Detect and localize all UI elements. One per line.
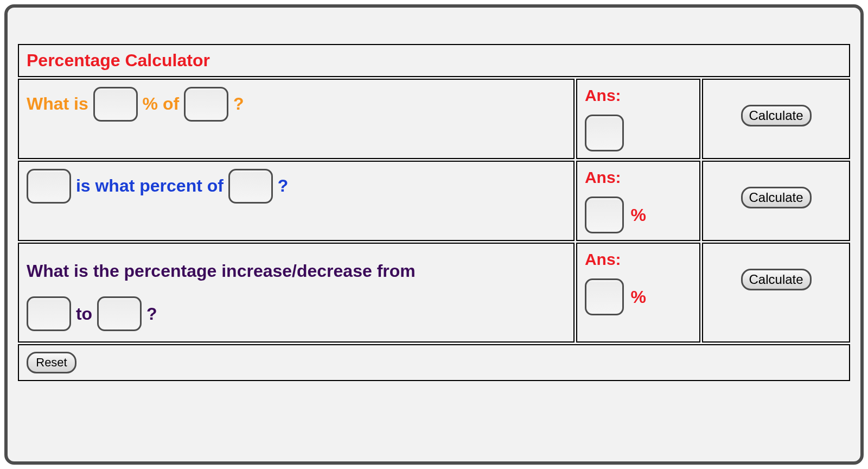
question-2-text: is what percent of ?	[27, 168, 566, 204]
q3-input-a[interactable]	[27, 296, 71, 331]
q1-input-a[interactable]	[93, 87, 138, 122]
question-1-text: What is % of ?	[27, 86, 566, 122]
button-cell-1: Calculate	[702, 79, 850, 159]
q3-line1: What is the percentage increase/decrease…	[27, 261, 416, 281]
ans-output-1[interactable]	[585, 115, 624, 151]
q1-prefix: What is	[27, 94, 93, 113]
q1-input-b[interactable]	[184, 87, 228, 122]
title-text: Percentage Calculator	[27, 50, 210, 70]
ans-output-2[interactable]	[585, 197, 624, 233]
question-3-text: What is the percentage increase/decrease…	[27, 250, 566, 335]
button-cell-3: Calculate	[702, 243, 850, 343]
ans-label-1: Ans:	[585, 86, 692, 105]
answer-cell-3: Ans: %	[576, 243, 700, 343]
ans-suffix-3: %	[630, 287, 646, 307]
reset-button[interactable]: Reset	[27, 352, 76, 373]
q2-input-b[interactable]	[228, 169, 273, 204]
calculate-button-3[interactable]: Calculate	[741, 269, 812, 290]
question-cell-3: What is the percentage increase/decrease…	[18, 243, 575, 343]
q2-input-a[interactable]	[27, 169, 71, 204]
table-row: is what percent of ? Ans: % Calculate	[18, 161, 850, 241]
table-title: Percentage Calculator	[18, 44, 850, 77]
table-row: What is the percentage increase/decrease…	[18, 243, 850, 343]
q3-suffix: ?	[146, 304, 157, 324]
question-cell-1: What is % of ?	[18, 79, 575, 159]
question-cell-2: is what percent of ?	[18, 161, 575, 241]
q3-input-b[interactable]	[97, 296, 142, 331]
calculate-button-1[interactable]: Calculate	[741, 105, 812, 126]
button-cell-2: Calculate	[702, 161, 850, 241]
calculator-frame: Percentage Calculator What is % of ? Ans…	[4, 4, 864, 465]
table-row: Reset	[18, 344, 850, 381]
q2-suffix: ?	[278, 176, 289, 195]
q1-suffix: ?	[233, 94, 244, 113]
q3-mid: to	[76, 304, 97, 324]
footer-cell: Reset	[18, 344, 850, 381]
ans-output-3[interactable]	[585, 278, 624, 315]
ans-label-3: Ans:	[585, 250, 692, 269]
answer-cell-1: Ans:	[576, 79, 700, 159]
table-row: What is % of ? Ans: Calculate	[18, 79, 850, 159]
q2-mid: is what percent of	[76, 176, 228, 195]
ans-label-2: Ans:	[585, 168, 692, 187]
answer-cell-2: Ans: %	[576, 161, 700, 241]
calculate-button-2[interactable]: Calculate	[741, 187, 812, 208]
q1-mid: % of	[143, 94, 184, 113]
ans-suffix-2: %	[630, 205, 646, 225]
calculator-table: Percentage Calculator What is % of ? Ans…	[16, 42, 852, 383]
